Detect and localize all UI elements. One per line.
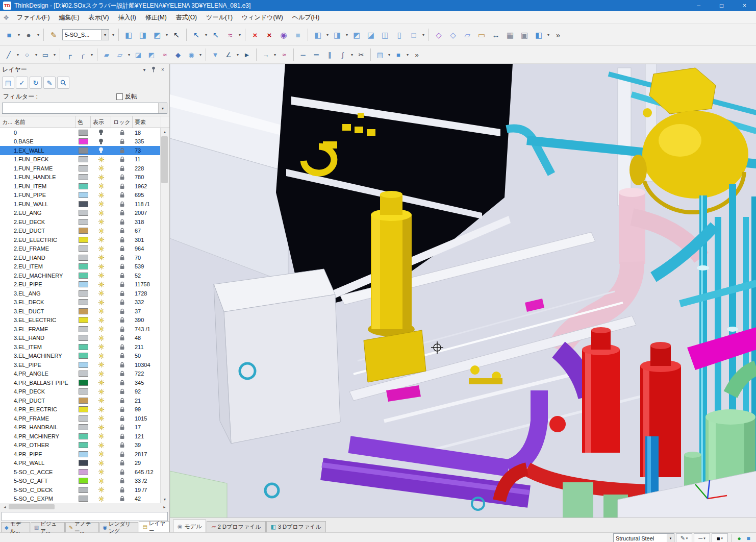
edit-layers-icon[interactable]: ✎ bbox=[43, 77, 56, 89]
refresh-icon[interactable]: ↻ bbox=[30, 77, 42, 89]
layer-visibility-icon[interactable] bbox=[91, 254, 111, 261]
layer-lock-icon[interactable] bbox=[111, 353, 133, 359]
layer-color-cell[interactable] bbox=[75, 130, 91, 136]
panel-close-icon[interactable]: × bbox=[158, 65, 167, 73]
layer-lock-icon[interactable] bbox=[111, 299, 133, 305]
view-front-icon[interactable]: ◨ bbox=[331, 28, 344, 41]
layer-color-cell[interactable] bbox=[75, 406, 91, 412]
view-mode-icon[interactable]: ■ bbox=[744, 534, 753, 542]
layer-row[interactable]: 1.FUN_ITEM1962 bbox=[0, 182, 160, 191]
layer-visibility-icon[interactable] bbox=[91, 442, 111, 449]
surface-loft-icon[interactable]: ◪ bbox=[132, 48, 144, 61]
layer-visibility-icon[interactable] bbox=[91, 192, 111, 199]
status-caret-icon[interactable]: ▾ bbox=[721, 536, 723, 540]
layer-color-cell[interactable] bbox=[75, 156, 91, 162]
hscroll-thumb[interactable] bbox=[9, 504, 55, 509]
layer-lock-icon[interactable] bbox=[111, 388, 133, 395]
layer-row[interactable]: 018 bbox=[0, 128, 160, 137]
layer-color-cell[interactable] bbox=[75, 219, 91, 225]
layer-color-cell[interactable] bbox=[75, 433, 91, 439]
layer-row[interactable]: 3.EL_DUCT37 bbox=[0, 307, 160, 316]
layer-lock-icon[interactable] bbox=[111, 496, 133, 502]
layer-lock-icon[interactable] bbox=[111, 130, 133, 136]
layer-visibility-icon[interactable] bbox=[91, 201, 111, 207]
viewport-tab-2[interactable]: ▱2 Dプロファイル bbox=[207, 521, 265, 532]
layer-lock-icon[interactable] bbox=[111, 317, 133, 323]
cursor-pick-icon[interactable]: ↖ bbox=[170, 28, 183, 41]
layer-lock-icon[interactable] bbox=[111, 335, 133, 341]
dropdown-caret-icon[interactable]: ▾ bbox=[344, 28, 349, 41]
layer-color-cell[interactable] bbox=[75, 228, 91, 234]
layer-color-cell[interactable] bbox=[75, 353, 91, 359]
layer-row[interactable]: 4.PR_ELECTRIC99 bbox=[0, 405, 160, 414]
layer-lock-icon[interactable] bbox=[111, 469, 133, 475]
menu-item-6[interactable]: 書式(O) bbox=[171, 12, 201, 23]
measure-angle-icon[interactable]: ∠ bbox=[222, 48, 235, 61]
viewport-tab-3[interactable]: ◧3 Dプロファイル bbox=[266, 521, 326, 532]
surface-revolve-icon[interactable]: ◩ bbox=[145, 48, 158, 61]
layer-color-cell[interactable] bbox=[75, 326, 91, 332]
layer-color-cell[interactable] bbox=[75, 290, 91, 297]
menu-item-4[interactable]: 挿入(I) bbox=[113, 12, 140, 23]
dropdown-caret-icon[interactable]: ▾ bbox=[15, 48, 20, 61]
layer-color-cell[interactable] bbox=[75, 237, 91, 243]
layer-row[interactable]: 1.FUN_WALL118 /1 bbox=[0, 200, 160, 209]
delete-all-icon[interactable]: × bbox=[263, 28, 276, 41]
layer-lock-icon[interactable] bbox=[111, 255, 133, 261]
layer-visibility-icon[interactable] bbox=[91, 460, 111, 466]
dropdown-caret-icon[interactable]: ▾ bbox=[34, 48, 39, 61]
layer-row[interactable]: 2.EU_DECK318 bbox=[0, 217, 160, 227]
layer-color-cell[interactable] bbox=[75, 388, 91, 395]
layer-lock-icon[interactable] bbox=[111, 380, 133, 386]
shield-icon[interactable]: ◆ bbox=[172, 48, 184, 61]
edit-style-icon[interactable]: ✎ bbox=[47, 28, 60, 41]
layer-color-cell[interactable] bbox=[75, 469, 91, 475]
layer-row[interactable]: 3.EL_PIPE10304 bbox=[0, 360, 160, 369]
rectangle-tool-icon[interactable]: ▭ bbox=[39, 48, 52, 61]
dimension-icon[interactable]: ↔ bbox=[489, 28, 502, 41]
layer-visibility-icon[interactable] bbox=[91, 236, 111, 243]
maximize-button[interactable]: □ bbox=[710, 0, 733, 11]
layer-visibility-icon[interactable] bbox=[91, 308, 111, 314]
surface-sweep-icon[interactable]: ▰ bbox=[100, 48, 113, 61]
layer-visibility-icon[interactable] bbox=[91, 388, 111, 395]
panel-tab-2[interactable]: ▧ビジュア... bbox=[31, 522, 65, 532]
dropdown-caret-icon[interactable]: ▾ bbox=[405, 48, 410, 61]
layer-lock-icon[interactable] bbox=[111, 308, 133, 314]
layer-visibility-icon[interactable] bbox=[91, 245, 111, 252]
layer-visibility-icon[interactable] bbox=[91, 361, 111, 368]
layer-visibility-icon[interactable] bbox=[91, 397, 111, 404]
col-color[interactable]: 色 bbox=[75, 116, 91, 128]
final-cube-icon[interactable]: ■ bbox=[392, 48, 405, 61]
offset-icon[interactable]: ∥ bbox=[323, 48, 336, 61]
chamfer-corner-icon[interactable]: ╭ bbox=[77, 48, 89, 61]
panel-tab-3[interactable]: ✎アノテー... bbox=[65, 522, 99, 532]
layer-color-cell[interactable] bbox=[75, 478, 91, 484]
layer-color-cell[interactable] bbox=[75, 317, 91, 323]
layer-lock-icon[interactable] bbox=[111, 245, 133, 252]
layer-row[interactable]: 5-SO_C_EXPM42 bbox=[0, 495, 160, 504]
layer-row[interactable]: 2.EU_ITEM539 bbox=[0, 262, 160, 272]
col-lock[interactable]: ロック bbox=[111, 116, 133, 128]
scissors-icon[interactable]: ✂ bbox=[355, 48, 367, 61]
material-combo-caret-icon[interactable]: ▾ bbox=[667, 534, 674, 542]
layer-row[interactable]: 5-SO_C_ACCE645 /12 bbox=[0, 467, 160, 477]
fillet-corner-icon[interactable]: ┌ bbox=[63, 48, 75, 61]
layer-visibility-icon[interactable] bbox=[91, 156, 111, 163]
layer-visibility-icon[interactable] bbox=[91, 210, 111, 216]
layer-lock-icon[interactable] bbox=[111, 183, 133, 189]
scroll-right-icon[interactable]: ► bbox=[161, 504, 168, 510]
filter-combo[interactable]: ▾ bbox=[2, 103, 167, 114]
layer-row[interactable]: 3.EL_FRAME743 /1 bbox=[0, 325, 160, 334]
layer-visibility-icon[interactable] bbox=[91, 165, 111, 171]
layer-lock-icon[interactable] bbox=[111, 344, 133, 350]
layer-color-cell[interactable] bbox=[75, 192, 91, 198]
layer-row[interactable]: 0.BASE335 bbox=[0, 137, 160, 146]
col-name[interactable]: 名前 bbox=[12, 116, 75, 128]
3d-model-render[interactable] bbox=[170, 64, 756, 518]
layer-color-cell[interactable] bbox=[75, 371, 91, 377]
hidden-line-icon[interactable]: □ bbox=[407, 28, 420, 41]
layer-visibility-icon[interactable] bbox=[91, 469, 111, 475]
layer-visibility-icon[interactable] bbox=[91, 353, 111, 359]
layer-color-cell[interactable] bbox=[75, 299, 91, 305]
